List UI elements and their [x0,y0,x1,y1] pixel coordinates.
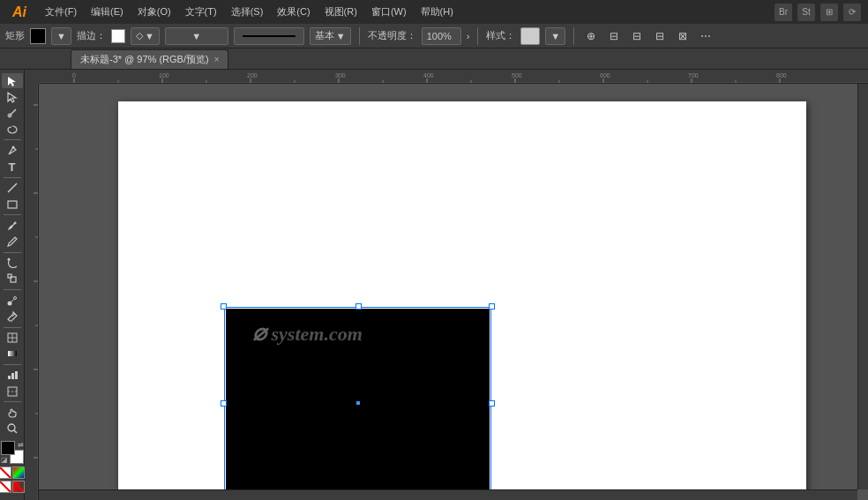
align-right-icon[interactable]: ⊟ [651,27,669,45]
menu-window[interactable]: 窗口(W) [365,3,413,21]
menu-effect[interactable]: 效果(C) [271,3,316,21]
global-icon[interactable]: ⊕ [582,27,600,45]
none-icon-2[interactable] [0,481,11,493]
stroke-style-label: 基本 [315,29,334,42]
menu-bar: 文件(F) 编辑(E) 对象(O) 文字(T) 选择(S) 效果(C) 视图(R… [39,3,767,21]
watermark-u-icon: ⌀ [252,320,266,346]
svg-text:100: 100 [159,72,169,78]
black-rectangle[interactable]: ⌀ system.com [226,309,490,497]
separator-1 [359,27,360,45]
style-swatch[interactable] [520,27,540,45]
stroke-line-area[interactable] [234,27,304,45]
mesh-tool[interactable] [2,330,23,345]
color-swatches-area: ⇄ ◪ [0,437,25,496]
svg-text:200: 200 [247,72,258,78]
svg-line-2 [9,109,16,116]
svg-text:700: 700 [688,72,699,78]
zoom-tool[interactable] [2,421,23,436]
align-left-icon[interactable]: ⊟ [605,27,623,45]
distribute-icon[interactable]: ⊠ [674,27,692,45]
svg-marker-0 [8,77,16,86]
eyedrop-tool[interactable] [2,309,23,324]
scrollbar-horizontal[interactable] [39,489,857,500]
stroke-dropdown[interactable]: ◇ ▼ [131,27,160,45]
fill-dropdown[interactable]: ▼ [51,27,71,45]
tab-bar: 未标题-3* @ 97% (RGB/预览) × [0,49,868,70]
ruler-corner [25,70,39,84]
opacity-value: 100% [427,31,452,41]
svg-line-12 [11,299,13,302]
fill-arrow: ▼ [56,31,66,41]
text-tool[interactable]: T [2,159,23,174]
svg-line-24 [14,430,17,433]
color-mode-icon[interactable] [12,466,25,479]
stroke-label: 描边： [77,29,106,42]
rect-tool[interactable] [2,197,23,212]
chart-tool[interactable] [2,368,23,383]
opacity-input[interactable]: 100% [422,27,461,45]
style-dropdown[interactable]: ▼ [545,27,565,45]
menu-select[interactable]: 选择(S) [225,3,270,21]
toolbar: T [0,70,25,500]
fill-swatch[interactable] [30,28,46,44]
stroke-width-dropdown[interactable]: ▼ [165,27,228,45]
fg-bg-swatches: ⇄ ◪ [1,441,24,464]
selected-rect-wrapper[interactable]: ⌀ system.com [226,309,490,497]
hand-tool[interactable] [2,405,23,420]
align-center-icon[interactable]: ⊟ [628,27,646,45]
toolbar-sep-2 [4,177,21,178]
direct-select-tool[interactable] [2,89,23,104]
extra-tool-row-1 [0,466,25,479]
menu-file[interactable]: 文件(F) [39,3,83,21]
line-tool[interactable] [2,181,23,196]
brush-tool[interactable] [2,218,23,233]
scale-tool[interactable] [2,272,23,287]
grid-icon[interactable]: ⊞ [820,4,838,21]
watermark-label: system.com [272,323,363,345]
canvas-scroll: 0 100 200 300 400 [25,70,868,500]
pen-tool[interactable] [2,143,23,158]
toolbar-sep-7 [4,364,21,365]
document-tab[interactable]: 未标题-3* @ 97% (RGB/预览) × [71,49,228,69]
center-crosshair [356,401,360,405]
separator-3 [573,27,574,45]
stroke-style-dropdown[interactable]: 基本 ▼ [310,27,351,45]
svg-text:500: 500 [512,72,522,78]
svg-point-4 [11,146,14,148]
stroke-swatch[interactable] [111,29,125,43]
lasso-tool[interactable] [2,122,23,137]
horizontal-ruler: 0 100 200 300 400 [39,70,868,84]
bridge-icon[interactable]: Br [774,4,792,21]
canvas-content: ⌀ system.com [39,84,868,500]
blend-tool[interactable] [2,293,23,308]
toolbar-sep-5 [4,289,21,290]
menu-object[interactable]: 对象(O) [131,3,177,21]
gradient-tool[interactable] [2,347,23,362]
svg-rect-20 [15,371,18,379]
stock-icon[interactable]: St [797,4,815,21]
tab-title: 未标题-3* @ 97% (RGB/预览) [80,53,209,66]
canvas-area[interactable]: 0 100 200 300 400 [25,70,868,500]
menu-view[interactable]: 视图(R) [318,3,363,21]
select-tool[interactable] [2,73,23,88]
pencil-tool[interactable] [2,234,23,249]
tab-close-btn[interactable]: × [214,55,220,64]
extra-tool-row-2 [0,481,25,493]
reset-colors-icon[interactable]: ◪ [1,456,8,464]
title-bar: Ai 文件(F) 编辑(E) 对象(O) 文字(T) 选择(S) 效果(C) 视… [0,0,868,24]
rotate-tool[interactable] [2,255,23,270]
swap-colors-icon[interactable]: ⇄ [18,441,24,449]
sync-icon[interactable]: ⟳ [843,4,861,21]
stroke-line [243,35,296,37]
slice-tool[interactable] [2,384,23,399]
menu-help[interactable]: 帮助(H) [415,3,460,21]
menu-edit[interactable]: 编辑(E) [85,3,130,21]
magic-wand-tool[interactable] [2,106,23,121]
more-icon[interactable]: ⋯ [697,27,715,45]
none-color-icon[interactable] [0,466,11,479]
none-icon-3[interactable] [12,481,25,493]
menu-text[interactable]: 文字(T) [179,3,223,21]
svg-rect-6 [8,201,17,208]
scrollbar-vertical[interactable] [857,84,868,489]
fg-color-swatch[interactable] [1,441,15,455]
